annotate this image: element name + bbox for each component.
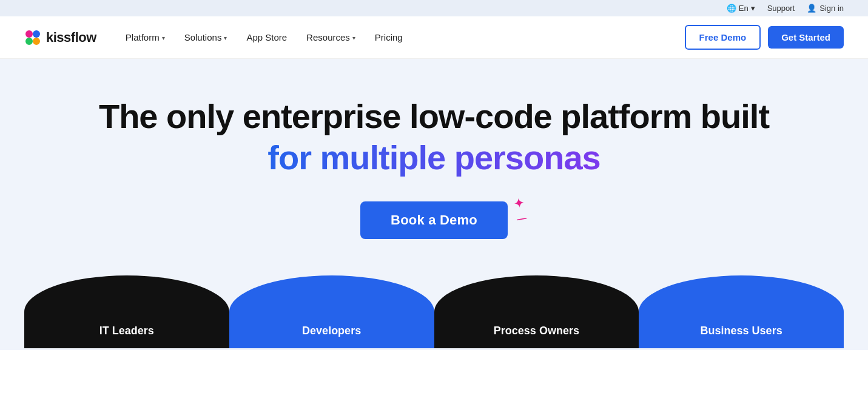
navbar: kissflow Platform ▾ Solutions ▾ App Stor…	[0, 16, 868, 59]
resources-chevron: ▾	[352, 35, 355, 41]
free-demo-button[interactable]: Free Demo	[685, 25, 761, 50]
nav-item-resources[interactable]: Resources ▾	[299, 27, 363, 47]
platform-chevron: ▾	[162, 35, 165, 41]
logo-icon	[24, 29, 41, 46]
hero-section: The only enterprise low-code platform bu…	[0, 59, 868, 350]
nav-links: Platform ▾ Solutions ▾ App Store Resourc…	[118, 27, 410, 47]
pricing-label: Pricing	[375, 32, 403, 42]
nav-item-solutions[interactable]: Solutions ▾	[177, 27, 235, 47]
nav-right: Free Demo Get Started	[685, 25, 844, 50]
solutions-chevron: ▾	[224, 35, 227, 41]
personas-row: IT Leaders Developers Process Owners Bus…	[24, 275, 844, 348]
developers-label: Developers	[302, 325, 361, 337]
hero-gradient-text: for multiple personas	[267, 138, 600, 177]
book-demo-button[interactable]: Book a Demo	[360, 201, 508, 239]
hero-title-line1: The only enterprise low-code platform bu…	[99, 97, 769, 136]
sign-in-link[interactable]: 👤 Sign in	[807, 4, 844, 13]
persona-card-process-owners[interactable]: Process Owners	[434, 275, 639, 348]
person-icon: 👤	[807, 4, 816, 13]
nav-item-appstore[interactable]: App Store	[239, 27, 294, 47]
solutions-label: Solutions	[184, 32, 222, 42]
nav-item-pricing[interactable]: Pricing	[368, 27, 410, 47]
language-selector[interactable]: 🌐 En ▾	[727, 4, 755, 13]
hero-title-line2: for multiple personas	[267, 138, 600, 177]
support-link[interactable]: Support	[767, 4, 795, 13]
business-users-label: Business Users	[701, 325, 782, 337]
persona-card-developers[interactable]: Developers	[229, 275, 434, 348]
nav-item-platform[interactable]: Platform ▾	[118, 27, 172, 47]
language-label: En	[739, 4, 749, 13]
appstore-label: App Store	[246, 32, 287, 42]
signin-label: Sign in	[819, 4, 844, 13]
resources-label: Resources	[306, 32, 350, 42]
sparkle-icon: ✦─	[513, 195, 529, 228]
logo-text: kissflow	[46, 30, 96, 46]
svg-point-2	[25, 38, 33, 45]
svg-point-0	[25, 30, 33, 38]
logo[interactable]: kissflow	[24, 29, 96, 46]
top-bar: 🌐 En ▾ Support 👤 Sign in	[0, 0, 868, 16]
platform-label: Platform	[126, 32, 160, 42]
it-leaders-label: IT Leaders	[99, 325, 154, 337]
globe-icon: 🌐	[727, 4, 736, 13]
persona-card-it-leaders[interactable]: IT Leaders	[24, 275, 229, 348]
persona-card-business-users[interactable]: Business Users	[639, 275, 844, 348]
lang-chevron: ▾	[751, 4, 755, 13]
nav-left: kissflow Platform ▾ Solutions ▾ App Stor…	[24, 27, 410, 47]
svg-point-3	[33, 38, 40, 45]
svg-point-1	[33, 30, 40, 38]
hero-cta-area: Book a Demo ✦─	[360, 201, 508, 239]
get-started-button[interactable]: Get Started	[768, 26, 844, 49]
process-owners-label: Process Owners	[494, 325, 579, 337]
